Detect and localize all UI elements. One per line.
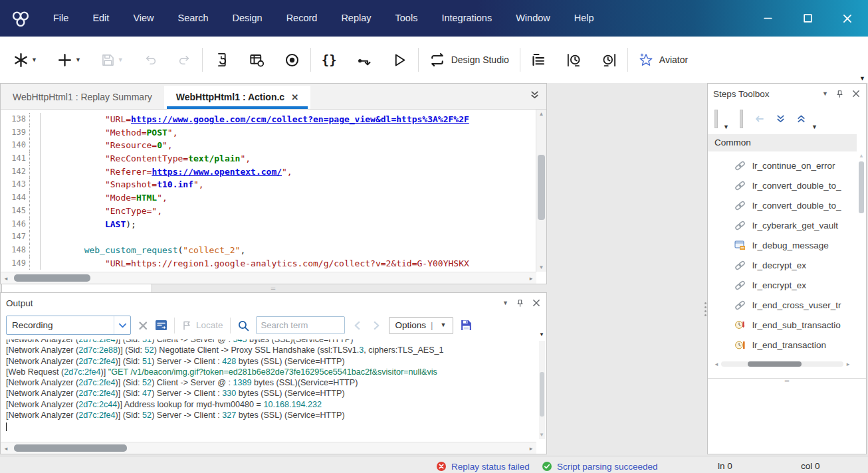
parse-status[interactable]: Script parsing succeeded bbox=[542, 461, 658, 472]
locate-button[interactable]: Locate bbox=[181, 320, 223, 331]
search-input[interactable] bbox=[256, 316, 345, 334]
close-panel-icon[interactable] bbox=[532, 298, 541, 308]
regenerate-script-button[interactable] bbox=[213, 52, 229, 68]
scroll-down-arrow[interactable]: ▼ bbox=[539, 432, 544, 438]
close-tab-icon[interactable]: ✕ bbox=[291, 92, 298, 102]
replay-button[interactable] bbox=[392, 52, 407, 68]
breakpoint-margin[interactable] bbox=[30, 218, 41, 231]
runtime-settings-button[interactable] bbox=[249, 52, 265, 68]
aviator-button[interactable]: Aviator bbox=[639, 53, 688, 67]
undo-button[interactable] bbox=[144, 53, 158, 67]
scroll-left-arrow[interactable]: ◂ bbox=[1, 275, 11, 282]
toolbox-hscrollbar[interactable]: ◂ ▸ bbox=[712, 359, 853, 369]
scrollbar-thumb[interactable] bbox=[14, 274, 90, 282]
scroll-collapse-icon[interactable]: ▼ bbox=[539, 331, 544, 337]
scroll-down-arrow[interactable]: ▼ bbox=[536, 264, 546, 270]
minimize-button[interactable] bbox=[756, 7, 779, 30]
record-button[interactable] bbox=[284, 52, 300, 68]
collapse-all-icon[interactable] bbox=[796, 114, 806, 124]
breakpoint-margin[interactable] bbox=[30, 165, 41, 179]
back-arrow-icon[interactable] bbox=[754, 114, 765, 124]
toolbox-item-lr_convert_double_to[interactable]: lr_convert_double_to_ bbox=[708, 195, 866, 215]
output-hscrollbar[interactable]: ◂ ▸ bbox=[1, 442, 536, 454]
drag-handle[interactable] bbox=[714, 110, 718, 128]
scroll-up-arrow[interactable]: ▲ bbox=[858, 153, 865, 159]
options-button[interactable]: Options | ▼ bbox=[389, 317, 453, 334]
menu-view[interactable]: View bbox=[121, 0, 165, 37]
output-vscrollbar[interactable] bbox=[539, 341, 545, 439]
breakpoint-margin[interactable] bbox=[30, 244, 41, 257]
toolbar-overflow-button[interactable]: ▼ bbox=[859, 75, 865, 82]
scroll-right-arrow[interactable]: ▸ bbox=[526, 275, 536, 282]
redo-button[interactable] bbox=[177, 53, 191, 67]
splitter-grip[interactable] bbox=[704, 302, 706, 316]
toolbox-item-lr_convert_double_to[interactable]: lr_convert_double_to_ bbox=[708, 175, 866, 195]
toolbox-item-lr_encrypt_ex[interactable]: lr_encrypt_ex bbox=[708, 275, 866, 295]
scrollbar-thumb[interactable] bbox=[859, 161, 864, 213]
chevron-down-icon[interactable]: ▼ bbox=[723, 124, 729, 130]
breakpoint-margin[interactable] bbox=[30, 126, 41, 140]
save-log-icon[interactable] bbox=[460, 319, 473, 331]
panel-menu-icon[interactable]: ▼ bbox=[822, 91, 828, 97]
menu-tools[interactable]: Tools bbox=[383, 0, 430, 37]
toolbox-item-lr_end_sub_transactio[interactable]: lr_end_sub_transactio bbox=[708, 315, 866, 335]
scroll-up-arrow[interactable]: ▲ bbox=[536, 111, 546, 117]
pin-icon[interactable] bbox=[515, 299, 525, 308]
log-filter-select[interactable]: Recording bbox=[6, 316, 131, 335]
format-log-icon[interactable] bbox=[155, 320, 167, 331]
toolbox-section-common[interactable]: Common bbox=[708, 134, 857, 151]
scroll-right-arrow[interactable]: ▸ bbox=[526, 445, 536, 452]
design-studio-button[interactable]: Design Studio bbox=[429, 52, 509, 68]
editor-tab-action-c[interactable]: WebHttpHtml1 : Action.c✕ bbox=[164, 86, 310, 109]
maximize-button[interactable] bbox=[796, 7, 819, 30]
open-add-button[interactable]: ▼ bbox=[57, 52, 81, 68]
menu-search[interactable]: Search bbox=[166, 0, 221, 37]
menu-window[interactable]: Window bbox=[504, 0, 562, 37]
breakpoint-margin[interactable] bbox=[30, 178, 41, 191]
tab-overflow-icon[interactable] bbox=[530, 90, 540, 100]
toolbox-item-lr_cyberark_get_vault[interactable]: lr_cyberark_get_vault bbox=[708, 215, 866, 235]
menu-record[interactable]: Record bbox=[274, 0, 330, 37]
editor-output-splitter[interactable]: ═ bbox=[0, 284, 547, 292]
save-button[interactable]: ▼ bbox=[101, 53, 124, 67]
menu-replay[interactable]: Replay bbox=[329, 0, 383, 37]
menu-file[interactable]: File bbox=[41, 0, 80, 37]
menu-integrations[interactable]: Integrations bbox=[429, 0, 504, 37]
run-to-cursor-button[interactable] bbox=[566, 52, 582, 68]
toolbox-item-lr_debug_message[interactable]: lr_debug_message bbox=[708, 235, 866, 255]
scroll-left-arrow[interactable]: ◂ bbox=[1, 445, 11, 452]
find-next-icon[interactable] bbox=[370, 320, 382, 331]
scrollbar-thumb[interactable] bbox=[540, 372, 544, 417]
breakpoint-margin[interactable] bbox=[30, 139, 41, 152]
code-editor[interactable]: 138 "URL=https://www.google.com/ccm/coll… bbox=[1, 110, 536, 272]
snippets-button[interactable]: {} bbox=[322, 54, 337, 66]
editor-tab-replay-summary[interactable]: WebHttpHtml1 : Replay Summary bbox=[1, 86, 164, 109]
run-from-cursor-button[interactable] bbox=[601, 52, 617, 68]
breakpoint-margin[interactable] bbox=[30, 113, 41, 126]
breakpoint-margin[interactable] bbox=[30, 257, 41, 270]
find-previous-icon[interactable] bbox=[352, 320, 364, 331]
toolbox-vscrollbar[interactable]: ▲ bbox=[858, 153, 865, 345]
chevron-down-icon[interactable]: ▼ bbox=[812, 124, 817, 130]
editor-vscrollbar[interactable]: ▲ ▼ bbox=[536, 110, 546, 272]
scrollbar-thumb[interactable] bbox=[748, 361, 802, 367]
toolbox-splitter[interactable]: ═ bbox=[708, 378, 866, 383]
toolbox-item-lr_end_transaction[interactable]: lr_end_transaction bbox=[708, 335, 866, 355]
replay-status[interactable]: Replay status failed bbox=[436, 461, 530, 472]
menu-edit[interactable]: Edit bbox=[80, 0, 121, 37]
close-button[interactable] bbox=[836, 7, 859, 30]
new-script-button[interactable]: ▼ bbox=[13, 52, 37, 68]
breakpoint-margin[interactable] bbox=[30, 152, 41, 165]
output-log[interactable]: [Network Analyzer (2d7c:2fe4)] (Sid: 51)… bbox=[1, 339, 536, 442]
step-button[interactable] bbox=[357, 52, 372, 68]
menu-design[interactable]: Design bbox=[221, 0, 274, 37]
close-panel-icon[interactable] bbox=[851, 89, 861, 98]
pin-icon[interactable] bbox=[835, 90, 845, 98]
expand-all-icon[interactable] bbox=[776, 114, 786, 124]
breakpoint-margin[interactable] bbox=[30, 205, 41, 218]
scroll-left-arrow[interactable]: ◂ bbox=[712, 361, 721, 367]
toolbox-item-lr_continue_on_error[interactable]: lr_continue_on_error bbox=[708, 155, 866, 175]
scrollbar-thumb[interactable] bbox=[14, 444, 127, 452]
toolbox-item-lr_decrypt_ex[interactable]: lr_decrypt_ex bbox=[708, 255, 866, 275]
panel-menu-icon[interactable]: ▼ bbox=[502, 300, 508, 306]
